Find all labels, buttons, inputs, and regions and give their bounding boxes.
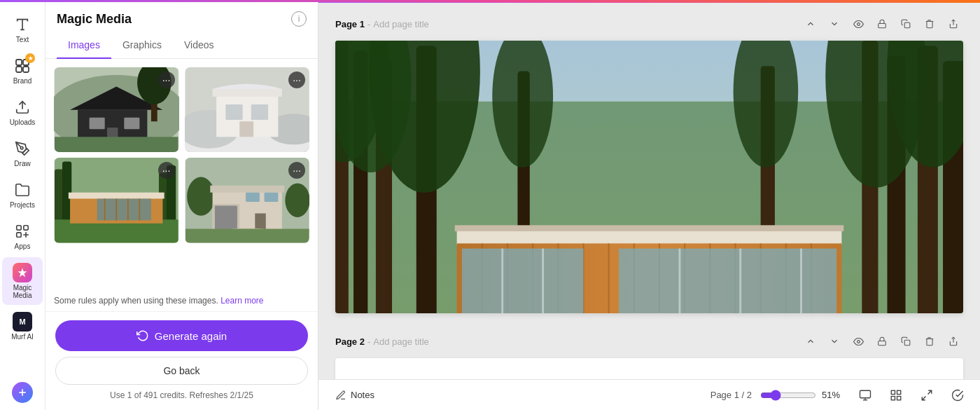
sidebar-item-apps-label: Apps bbox=[15, 242, 31, 250]
tab-videos[interactable]: Videos bbox=[173, 32, 225, 59]
zoom-slider[interactable] bbox=[760, 390, 816, 401]
svg-rect-15 bbox=[90, 118, 105, 130]
svg-rect-114 bbox=[891, 396, 895, 399]
notes-button[interactable]: Notes bbox=[330, 387, 380, 404]
svg-line-116 bbox=[928, 390, 932, 394]
image-card[interactable]: ··· bbox=[54, 67, 179, 152]
svg-rect-26 bbox=[212, 89, 281, 97]
page2-copy-button[interactable] bbox=[896, 332, 916, 351]
tab-graphics[interactable]: Graphics bbox=[111, 32, 173, 59]
sidebar-item-uploads[interactable]: Uploads bbox=[2, 92, 43, 132]
svg-line-117 bbox=[922, 396, 925, 399]
card-menu-button[interactable]: ··· bbox=[288, 71, 305, 88]
sidebar-item-text[interactable]: Text bbox=[2, 9, 43, 49]
page2-share-button[interactable] bbox=[944, 332, 963, 351]
svg-rect-20 bbox=[55, 137, 178, 152]
sidebar-item-draw[interactable]: Draw bbox=[2, 133, 43, 173]
info-button[interactable]: i bbox=[291, 11, 307, 27]
image-grid-wrapper: ··· bbox=[46, 59, 318, 287]
sidebar-item-murf-ai-label: Murf AI bbox=[11, 333, 34, 341]
go-back-button[interactable]: Go back bbox=[55, 357, 308, 385]
svg-rect-16 bbox=[124, 118, 139, 130]
page2-delete-button[interactable] bbox=[920, 332, 939, 351]
page1-move-down-button[interactable] bbox=[825, 14, 844, 34]
generate-again-button[interactable]: Generate again bbox=[55, 320, 308, 351]
brand-icon: ★ bbox=[13, 56, 32, 76]
page1-move-up-button[interactable] bbox=[801, 14, 820, 34]
text-icon bbox=[13, 15, 32, 34]
sidebar-item-projects-label: Projects bbox=[10, 201, 35, 209]
page1-header: Page 1 - Add page title bbox=[335, 14, 963, 34]
svg-rect-51 bbox=[264, 193, 278, 202]
page1-share-button[interactable] bbox=[944, 14, 963, 34]
sidebar-item-text-label: Text bbox=[16, 36, 29, 43]
page2-header: Page 2 - Add page title bbox=[335, 332, 963, 351]
bottom-bar: Notes Page 1 / 2 51% bbox=[318, 379, 980, 410]
svg-rect-106 bbox=[878, 341, 886, 345]
page2-hide-button[interactable] bbox=[848, 332, 868, 351]
svg-rect-95 bbox=[462, 249, 584, 313]
sidebar-item-murf-ai[interactable]: M Murf AI bbox=[2, 306, 43, 346]
card-menu-button[interactable]: ··· bbox=[158, 162, 175, 179]
page1-actions bbox=[801, 14, 963, 34]
svg-rect-49 bbox=[214, 206, 237, 231]
zoom-label: 51% bbox=[822, 390, 846, 400]
murf-ai-icon: M bbox=[13, 312, 32, 332]
brand-badge: ★ bbox=[25, 53, 35, 63]
panel-header: Magic Media i bbox=[46, 0, 318, 32]
sidebar-item-magic-media[interactable]: Magic Media bbox=[2, 257, 43, 305]
svg-rect-29 bbox=[239, 121, 253, 137]
sidebar-item-brand[interactable]: ★ Brand bbox=[2, 50, 43, 90]
main-canvas-image bbox=[335, 41, 963, 313]
svg-point-105 bbox=[857, 340, 860, 343]
zoom-slider-container: 51% bbox=[760, 390, 846, 401]
sidebar-item-draw-label: Draw bbox=[14, 160, 30, 168]
page1-lock-button[interactable] bbox=[872, 14, 892, 34]
page2-section: Page 2 - Add page title bbox=[318, 320, 980, 379]
svg-rect-2 bbox=[16, 67, 22, 72]
check-button[interactable] bbox=[946, 384, 969, 406]
svg-rect-47 bbox=[210, 186, 284, 193]
panel-title: Magic Media bbox=[57, 12, 132, 27]
card-menu-button[interactable]: ··· bbox=[158, 71, 175, 88]
svg-rect-112 bbox=[891, 390, 895, 394]
add-more-button[interactable] bbox=[12, 382, 33, 403]
page1-copy-button[interactable] bbox=[896, 14, 916, 34]
svg-rect-53 bbox=[185, 229, 309, 243]
learn-more-link[interactable]: Learn more bbox=[220, 296, 263, 306]
page2-lock-button[interactable] bbox=[872, 332, 892, 351]
page2-move-up-button[interactable] bbox=[801, 332, 820, 351]
top-gradient-bar bbox=[0, 0, 980, 2]
image-card[interactable]: ··· bbox=[185, 67, 310, 152]
sidebar-item-magic-media-label: Magic Media bbox=[6, 284, 38, 299]
svg-rect-56 bbox=[904, 22, 910, 28]
tab-images[interactable]: Images bbox=[57, 32, 111, 59]
page1-delete-button[interactable] bbox=[920, 14, 939, 34]
svg-rect-55 bbox=[878, 23, 886, 27]
sidebar: Text ★ Brand Uploads Draw Projects bbox=[0, 0, 46, 410]
sidebar-item-apps[interactable]: Apps bbox=[2, 216, 43, 256]
apps-icon bbox=[13, 221, 32, 241]
svg-rect-102 bbox=[455, 225, 844, 231]
svg-point-5 bbox=[20, 146, 23, 149]
svg-rect-113 bbox=[897, 390, 901, 394]
panel-footer: Generate again Go back Use 1 of 491 cred… bbox=[46, 311, 318, 410]
sidebar-item-projects[interactable]: Projects bbox=[2, 175, 43, 214]
svg-rect-6 bbox=[17, 226, 21, 230]
image-card[interactable]: ··· bbox=[54, 158, 179, 242]
svg-rect-8 bbox=[17, 233, 21, 237]
page-indicator: Page 1 / 2 bbox=[710, 390, 752, 400]
fullscreen-button[interactable] bbox=[916, 384, 938, 406]
desktop-view-button[interactable] bbox=[854, 384, 876, 406]
grid-view-button[interactable] bbox=[885, 384, 907, 406]
canvas-content: Page 1 - Add page title bbox=[318, 3, 980, 379]
image-card[interactable]: ··· bbox=[185, 158, 310, 242]
svg-point-54 bbox=[857, 22, 860, 25]
tab-bar: Images Graphics Videos bbox=[46, 32, 318, 59]
uploads-icon bbox=[13, 97, 32, 117]
page2-move-down-button[interactable] bbox=[825, 332, 844, 351]
svg-rect-50 bbox=[246, 193, 260, 202]
page1-hide-button[interactable] bbox=[848, 14, 868, 34]
page2-canvas bbox=[335, 358, 963, 379]
svg-point-44 bbox=[187, 177, 215, 216]
